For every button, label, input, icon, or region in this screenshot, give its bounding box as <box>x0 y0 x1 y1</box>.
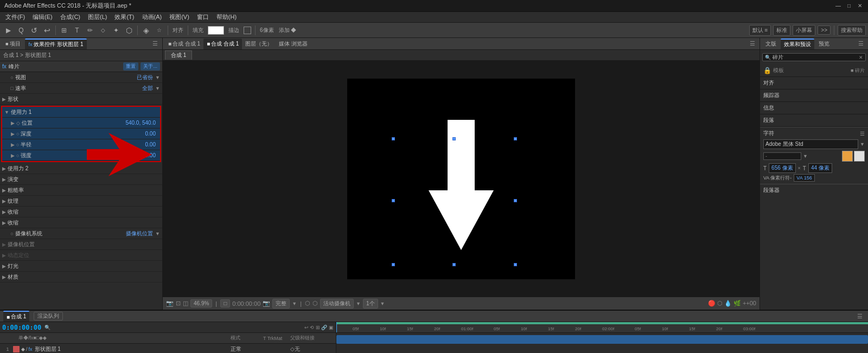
search-icon-tl[interactable]: 🔍 <box>44 325 50 330</box>
preview-rect-btn[interactable]: □ <box>220 299 230 307</box>
template-row[interactable]: 🔒 模板 ■ 碎片 <box>763 67 865 74</box>
camera-pos2-row[interactable]: ▶ 动态定位 <box>0 250 162 261</box>
menu-file[interactable]: 文件(F) <box>2 12 28 22</box>
toggle-btn2[interactable]: ⬡ <box>312 300 318 307</box>
stroke-color[interactable] <box>244 27 251 34</box>
panel-menu-icon[interactable]: ☰ <box>150 40 160 47</box>
font-name-field[interactable]: Adobe 黑体 Std <box>763 139 858 149</box>
menu-composition[interactable]: 合成(C) <box>57 12 84 22</box>
effects-search-input[interactable] <box>773 54 859 60</box>
center-tab-comp[interactable]: ■ 合成 合成 1 <box>203 38 242 49</box>
font-style-dropdown[interactable]: ▼ <box>803 153 808 159</box>
camera-pos-row[interactable]: ▶ 摄像机位置 <box>0 239 162 250</box>
camera-label[interactable]: 活动摄像机 <box>320 299 354 309</box>
compare-btn[interactable]: ⊡ <box>176 300 181 307</box>
depth-value[interactable]: 0.00 <box>145 131 156 137</box>
menu-view[interactable]: 视图(V) <box>166 12 193 22</box>
toggle-btn[interactable]: ⬡ <box>305 300 310 307</box>
render-queue-btn[interactable]: 渲染队列 <box>34 312 63 320</box>
pos-stopwatch-icon[interactable]: ◇ <box>16 120 20 126</box>
rate-row[interactable]: □ 速率 全部 ▼ <box>0 83 162 94</box>
tl-controls[interactable]: ↩ ⟲ ⊞ 🔗 ▣ <box>304 325 334 330</box>
tool-search[interactable]: Q <box>15 24 27 36</box>
font-style-field[interactable]: - <box>763 152 801 160</box>
tool-select[interactable]: ▶ <box>2 24 14 36</box>
reset-btn[interactable]: 重置 <box>123 62 138 70</box>
timeline-comp-tab[interactable]: ■ 合成 1 <box>3 311 29 322</box>
view-dropdown-icon[interactable]: ▼ <box>155 75 160 80</box>
composition-view[interactable] <box>163 61 760 297</box>
center-tab-layer[interactable]: 图层（无） <box>242 38 276 49</box>
layer-parent-1[interactable]: ◇ 无 <box>290 345 334 353</box>
grid-overlay-btn[interactable]: ◫ <box>183 300 188 307</box>
right-panel-menu[interactable]: ☰ <box>856 40 866 47</box>
camera-dropdown[interactable]: ▼ <box>356 301 361 306</box>
tab-preview[interactable]: 预览 <box>815 38 833 49</box>
about-btn[interactable]: 关于... <box>141 62 160 70</box>
texture-row[interactable]: ▶ 纹理 <box>0 196 162 207</box>
tool-extra2[interactable]: ☆ <box>153 24 165 36</box>
char-menu[interactable]: ☰ <box>860 131 865 137</box>
tab-project[interactable]: ■项目 <box>2 38 24 49</box>
menu-layer[interactable]: 图层(L) <box>85 12 110 22</box>
tracking-value[interactable]: 44 像素 <box>808 163 832 173</box>
layer-solo[interactable]: ◆ <box>21 346 25 352</box>
maximize-button[interactable]: □ <box>845 2 853 10</box>
intensity-row[interactable]: ▶ ○ 强度 0.00 <box>2 150 160 161</box>
tool-camera[interactable]: ⬡ <box>123 24 135 36</box>
effects-search-bar[interactable]: 🔍 ✕ <box>762 53 866 61</box>
layer-mode-1[interactable]: 正常 <box>231 345 263 353</box>
radius-row[interactable]: ▶ ○ 半径 0.00 <box>2 139 160 150</box>
radius-value[interactable]: 0.00 <box>145 142 156 147</box>
camera-system-dropdown-row[interactable]: ○ 摄像机系统 摄像机位置 ▼ <box>0 228 162 239</box>
tab-effects[interactable]: fx效果控件 形状图层 1 <box>25 38 86 49</box>
menu-animation[interactable]: 动画(A) <box>139 12 165 22</box>
menu-edit[interactable]: 编辑(E) <box>29 12 56 22</box>
tab-text-version[interactable]: 文版 <box>762 38 780 49</box>
rate-dropdown-icon[interactable]: ▼ <box>155 86 160 91</box>
close-button[interactable]: ✕ <box>856 2 864 10</box>
timeline-menu[interactable]: ☰ <box>855 313 865 320</box>
operator1-header[interactable]: ▼ 使用力 1 <box>2 107 160 118</box>
camera-btn[interactable]: 📷 <box>263 300 270 307</box>
tool-star[interactable]: ✦ <box>110 24 122 36</box>
workspace-default[interactable]: 默认 ≡ <box>749 25 771 36</box>
font-dropdown[interactable]: ▼ <box>860 142 865 147</box>
layer-vis[interactable]: / <box>26 346 28 352</box>
tool-pen[interactable]: ✏ <box>84 24 96 36</box>
snapshot-btn[interactable]: 📷 <box>166 300 174 307</box>
material-row[interactable]: ▶ 材质 <box>0 272 162 283</box>
tool-shape[interactable]: ◇ <box>97 24 109 36</box>
roughness-row[interactable]: ▶ 粗糙率 <box>0 185 162 196</box>
quality-btn[interactable]: 完整 <box>272 299 290 309</box>
time-display[interactable]: 0:00:00:00 <box>2 324 41 331</box>
layer-timeline-bar-1[interactable] <box>336 335 868 344</box>
depth-row[interactable]: ▶ ○ 深度 0.00 <box>2 129 160 139</box>
tool-extra1[interactable]: ◈ <box>140 24 152 36</box>
minimize-button[interactable]: — <box>834 2 842 10</box>
light-row[interactable]: ▶ 灯光 <box>0 261 162 272</box>
center-tab-render[interactable]: ■ 合成 合成 1 <box>165 38 203 49</box>
font-size-value[interactable]: 656 像素 <box>769 163 795 173</box>
workspace-small[interactable]: 小屏幕 <box>793 25 815 36</box>
intensity-value[interactable]: 0.00 <box>145 152 156 158</box>
search-clear-icon[interactable]: ✕ <box>859 55 863 60</box>
tool-text[interactable]: T <box>71 24 83 36</box>
shrink-row[interactable]: ▶ 收缩 <box>0 207 162 217</box>
cam-count-dropdown[interactable]: ▼ <box>380 301 385 306</box>
menu-effects[interactable]: 效果(T) <box>111 12 137 22</box>
tool-redo[interactable]: ↩ <box>41 24 53 36</box>
shape-row[interactable]: ▶ 形状 <box>0 94 162 105</box>
playhead[interactable] <box>336 322 337 332</box>
stroke-color-swatch[interactable] <box>854 151 865 162</box>
fill-color-swatch[interactable] <box>842 151 853 162</box>
workspace-standard[interactable]: 标准 <box>773 25 790 36</box>
snapshot-row[interactable]: fx 峰片 重置 关于... <box>0 61 162 72</box>
operator2-row[interactable]: ▶ 使用力 2 <box>0 163 162 174</box>
evolution-row[interactable]: ▶ 演变 <box>0 174 162 185</box>
va-value[interactable]: VA 156 <box>794 174 814 182</box>
position-row[interactable]: ▶ ◇ 位置 540.0, 540.0 <box>2 118 160 129</box>
camera-count[interactable]: 1个 <box>363 299 378 309</box>
workspace-extra[interactable]: >> <box>818 25 831 35</box>
camera-sys-dropdown-icon[interactable]: ▼ <box>155 231 160 236</box>
